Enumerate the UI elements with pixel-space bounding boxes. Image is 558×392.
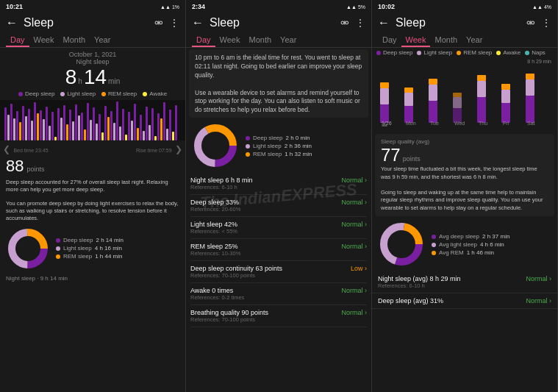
metric-awake[interactable]: Awake 0 times References: 0-2 times Norm… [190, 283, 367, 305]
tab-month-1[interactable]: Month [58, 32, 90, 47]
awake-dot-1 [143, 92, 147, 96]
metric-name-2: Light sleep 42% [190, 221, 341, 228]
tab-month-2[interactable]: Month [244, 32, 276, 47]
status-icons-3: ▲▲ 4% [532, 4, 551, 10]
svg-rect-67 [380, 82, 389, 88]
tab-year-3[interactable]: Year [462, 32, 487, 47]
footer-label-1: Night sleep · 9 h 14 min [0, 274, 185, 285]
bedtime-1: Bed time 23:45 [13, 148, 48, 153]
deep-label-1: Deep sleep [25, 90, 54, 97]
svg-rect-77 [477, 97, 486, 123]
app-title-1: Sleep [24, 16, 154, 29]
svg-rect-48 [146, 107, 148, 140]
back-button-1[interactable]: ← [6, 16, 18, 29]
metric-rem-sleep[interactable]: REM sleep 25% References: 10-30% Normal … [190, 239, 367, 261]
svg-rect-33 [101, 132, 104, 140]
metric-ref-6: References: 70-100 points [190, 316, 341, 323]
risetime-1: Rise time 07:59 [136, 148, 172, 153]
metric-deep-sleep[interactable]: Deep sleep 33% References: 20-60% Normal… [190, 195, 367, 217]
score-text-1: Deep sleep accounted for 27% of overall … [0, 177, 185, 224]
svg-rect-7 [25, 116, 27, 140]
svg-rect-47 [143, 131, 145, 140]
svg-rect-5 [19, 122, 21, 140]
naps-dot-3 [525, 51, 529, 55]
person-icon-1[interactable]: ⚮ [154, 17, 163, 29]
more-icon-1[interactable]: ⋮ [169, 17, 179, 29]
status-bar-3: 10:02 ▲▲ 4% [372, 0, 557, 13]
metric-deep-continuity[interactable]: Deep sleep continuity 63 points Referenc… [190, 261, 367, 283]
legend-light-donut-1: Light sleep 4 h 16 min [56, 245, 124, 252]
avg-night-sleep-status: Normal › [526, 275, 551, 282]
person-icon-2[interactable]: ⚮ [340, 17, 349, 29]
svg-rect-4 [16, 111, 18, 140]
legend-light-3: Light sleep [417, 49, 452, 56]
tab-week-2[interactable]: Week [215, 32, 245, 47]
sleep-min-unit-1: min [108, 77, 120, 85]
more-icon-2[interactable]: ⋮ [355, 17, 365, 29]
sleep-chart-1 [0, 100, 185, 140]
svg-rect-1 [7, 115, 10, 140]
left-arrow-1[interactable]: ❮ [3, 144, 10, 154]
svg-text:Wed: Wed [454, 121, 465, 126]
tab-month-3[interactable]: Month [430, 32, 462, 47]
svg-rect-18 [57, 108, 60, 140]
tab-day-1[interactable]: Day [6, 32, 29, 47]
chart-svg-1 [3, 100, 182, 140]
quality-unit-3: points [403, 155, 421, 163]
tab-day-2[interactable]: Day [192, 32, 215, 47]
metric-name-1: Deep sleep 33% [190, 199, 341, 206]
avg-donut-legend-3: Avg deep sleep 2 h 37 min Avg light slee… [432, 233, 509, 256]
tab-week-1[interactable]: Week [29, 32, 59, 47]
metric-light-sleep[interactable]: Light sleep 42% References: < 55% Normal… [190, 217, 367, 239]
nav-left-1: ❮ Bed time 23:45 [3, 142, 49, 155]
person-icon-3[interactable]: ⚮ [526, 17, 535, 29]
tab-day-3[interactable]: Day [378, 32, 401, 47]
max-label-3: 8 h 29 min [527, 59, 551, 64]
battery-1: 1% [172, 4, 179, 10]
right-arrow-1[interactable]: ❯ [175, 144, 182, 154]
legend-light-1: Light sleep [60, 90, 96, 97]
avg-night-sleep-row[interactable]: Night sleep (avg) 8 h 29 min References:… [372, 271, 557, 293]
more-icon-3[interactable]: ⋮ [541, 17, 551, 29]
svg-rect-32 [99, 114, 101, 140]
tabs-2: Day Week Month Year [186, 32, 371, 48]
light-dot-3 [417, 51, 421, 55]
avg-deep-sleep-status: Normal › [526, 297, 551, 304]
avg-light-dot-3 [432, 243, 436, 247]
svg-rect-11 [37, 113, 39, 140]
quality-text-3: Your sleep time fluctuated a bit this we… [381, 165, 548, 212]
svg-rect-79 [477, 75, 486, 81]
avg-donut-section-3: Avg deep sleep 2 h 37 min Avg light slee… [372, 218, 557, 271]
status-icons-1: ▲▲ 1% [160, 4, 179, 10]
back-button-2[interactable]: ← [192, 16, 204, 29]
svg-rect-53 [160, 118, 162, 140]
svg-rect-12 [40, 110, 42, 140]
tabs-3: Day Week Month Year [372, 32, 557, 48]
avg-deep-sleep-label: Deep sleep (avg) 31% [378, 297, 526, 304]
svg-rect-58 [175, 105, 177, 140]
back-button-3[interactable]: ← [378, 16, 390, 29]
svg-rect-76 [453, 93, 462, 97]
metric-name-6: Breathing quality 90 points [190, 309, 341, 316]
wifi-icon: ▲▲ [160, 4, 171, 10]
svg-rect-14 [46, 107, 48, 140]
svg-rect-6 [22, 106, 24, 140]
panel2-scroll: 10 pm to 6 am is the ideal time for rest… [186, 48, 371, 392]
metric-ref-2: References: < 55% [190, 228, 341, 235]
rem-dot-donut-1 [56, 254, 60, 259]
battery-3: 4% [544, 4, 551, 10]
avg-deep-dot-3 [432, 235, 436, 239]
legend-rem-3: REM sleep [457, 49, 492, 56]
svg-rect-28 [87, 103, 89, 140]
svg-rect-84 [526, 79, 534, 96]
metric-breathing[interactable]: Breathing quality 90 points References: … [190, 305, 367, 327]
tab-year-1[interactable]: Year [90, 32, 115, 47]
metric-status-1: Normal › [341, 199, 367, 206]
tab-week-3[interactable]: Week [401, 32, 431, 47]
quality-title-3: Sleep quality (avg) [381, 138, 548, 145]
avg-deep-sleep-row[interactable]: Deep sleep (avg) 31% Normal › [372, 293, 557, 309]
svg-rect-17 [54, 137, 57, 140]
tab-year-2[interactable]: Year [276, 32, 301, 47]
svg-rect-80 [501, 103, 510, 123]
metric-night-sleep[interactable]: Night sleep 6 h 8 min References: 6-10 h… [190, 173, 367, 195]
